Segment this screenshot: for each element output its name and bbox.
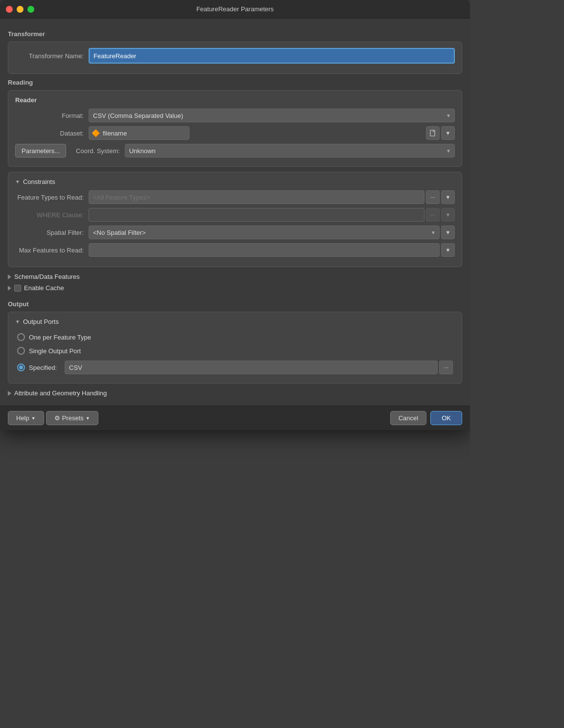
cancel-button[interactable]: Cancel	[390, 411, 426, 425]
output-section-label: Output	[8, 300, 462, 308]
help-label: Help	[16, 414, 29, 422]
ok-button[interactable]: OK	[430, 411, 462, 425]
dataset-file-button[interactable]	[426, 126, 440, 140]
specified-radio[interactable]	[17, 364, 25, 371]
output-ports-collapse-icon: ▼	[15, 319, 20, 324]
main-content: Transformer Transformer Name: Reading Re…	[0, 19, 470, 406]
spatial-filter-row: Spatial Filter: <No Spatial Filter> ▼ ▼	[15, 226, 455, 239]
where-input-group: ··· ▼	[89, 208, 455, 222]
max-features-dropdown-button[interactable]: ▼	[441, 243, 455, 257]
close-button[interactable]	[6, 6, 13, 13]
specified-dots-button[interactable]: ···	[439, 361, 453, 374]
dataset-wrapper: 🔶	[89, 126, 424, 140]
radio-dot	[19, 365, 23, 369]
cache-collapse-icon	[8, 286, 11, 291]
where-clause-input[interactable]	[89, 208, 424, 222]
spatial-filter-label: Spatial Filter:	[15, 229, 84, 236]
coord-label: Coord. System:	[76, 147, 120, 155]
coord-select-wrapper: Unknown ▼	[125, 144, 455, 158]
feature-types-dots-button[interactable]: ···	[426, 190, 440, 204]
single-output-label: Single Output Port	[29, 347, 81, 355]
where-dots-button[interactable]: ···	[426, 208, 440, 222]
dataset-dropdown-button[interactable]: ▼	[441, 126, 455, 140]
schema-row[interactable]: Schema/Data Features	[8, 271, 462, 282]
transformer-name-input[interactable]	[89, 48, 455, 64]
constraints-section: ▼ Constraints Feature Types to Read: ···…	[8, 172, 462, 267]
params-coord-row: Parameters... Coord. System: Unknown ▼	[15, 144, 455, 158]
dataset-row: Dataset: 🔶 ▼	[15, 126, 455, 140]
one-per-type-row[interactable]: One per Feature Type	[15, 330, 455, 344]
presets-dropdown-icon: ▼	[86, 416, 90, 421]
file-icon	[429, 130, 436, 136]
specified-input-group: ···	[65, 361, 453, 374]
parameters-button[interactable]: Parameters...	[15, 144, 66, 158]
max-features-input[interactable]	[89, 243, 440, 257]
presets-button[interactable]: ⚙ Presets ▼	[46, 411, 98, 425]
enable-cache-row: Enable Cache	[8, 282, 462, 294]
attr-geometry-label: Attribute and Geometry Handling	[14, 389, 107, 397]
window: FeatureReader Parameters Transformer Tra…	[0, 0, 470, 430]
feature-types-input[interactable]	[89, 190, 424, 204]
where-label: WHERE Clause:	[15, 211, 84, 219]
specified-label: Specified:	[29, 364, 57, 371]
one-per-type-radio[interactable]	[17, 333, 25, 341]
maximize-button[interactable]	[27, 6, 34, 13]
enable-cache-label: Enable Cache	[24, 284, 64, 292]
format-select-wrapper: CSV (Comma Separated Value) ▼	[89, 109, 455, 122]
transformer-section-label: Transformer	[8, 30, 462, 38]
reading-section-label: Reading	[8, 79, 462, 86]
titlebar: FeatureReader Parameters	[0, 0, 470, 19]
window-title: FeatureReader Parameters	[196, 5, 274, 13]
schema-label: Schema/Data Features	[14, 273, 80, 280]
output-box: ▼ Output Ports One per Feature Type Sing…	[8, 312, 462, 384]
window-controls	[6, 6, 34, 13]
format-label: Format:	[15, 112, 84, 119]
where-clause-row: WHERE Clause: ··· ▼	[15, 208, 455, 222]
spatial-filter-select-wrapper: <No Spatial Filter> ▼	[89, 226, 440, 239]
max-features-label: Max Features to Read:	[15, 247, 84, 254]
reader-box: Reader Format: CSV (Comma Separated Valu…	[8, 90, 462, 167]
output-ports-label: Output Ports	[23, 318, 59, 325]
feature-types-label: Feature Types to Read:	[15, 194, 84, 201]
spatial-filter-group: <No Spatial Filter> ▼ ▼	[89, 226, 455, 239]
one-per-type-label: One per Feature Type	[29, 334, 91, 341]
footer-left: Help ▼ ⚙ Presets ▼	[8, 411, 98, 425]
help-dropdown-icon: ▼	[31, 416, 36, 421]
single-output-row[interactable]: Single Output Port	[15, 344, 455, 358]
constraints-label: Constraints	[23, 178, 55, 185]
feature-types-input-group: ··· ▼	[89, 190, 455, 204]
reader-title: Reader	[15, 96, 455, 104]
format-select[interactable]: CSV (Comma Separated Value)	[89, 109, 455, 122]
single-output-radio[interactable]	[17, 347, 25, 355]
attr-geometry-collapse-icon	[8, 391, 11, 396]
specified-row: Specified: ···	[15, 358, 455, 377]
presets-icon: ⚙	[54, 414, 60, 422]
dataset-input[interactable]	[89, 126, 189, 140]
footer-right: Cancel OK	[390, 411, 462, 425]
transformer-name-label: Transformer Name:	[15, 52, 84, 60]
feature-types-row: Feature Types to Read: ··· ▼	[15, 190, 455, 204]
spatial-filter-dropdown-button[interactable]: ▼	[441, 226, 455, 239]
minimize-button[interactable]	[17, 6, 24, 13]
transformer-name-row: Transformer Name:	[15, 48, 455, 64]
coord-select[interactable]: Unknown	[125, 144, 455, 158]
presets-label: Presets	[62, 414, 84, 422]
max-features-group: ▼	[89, 243, 455, 257]
feature-types-dropdown-button[interactable]: ▼	[441, 190, 455, 204]
footer: Help ▼ ⚙ Presets ▼ Cancel OK	[0, 406, 470, 430]
constraints-title-row[interactable]: ▼ Constraints	[15, 178, 455, 185]
constraints-collapse-icon: ▼	[15, 179, 20, 184]
dataset-label: Dataset:	[15, 130, 84, 137]
enable-cache-checkbox[interactable]	[14, 285, 21, 292]
format-row: Format: CSV (Comma Separated Value) ▼	[15, 109, 455, 122]
max-features-row: Max Features to Read: ▼	[15, 243, 455, 257]
transformer-box: Transformer Name:	[8, 42, 462, 74]
attr-geometry-row[interactable]: Attribute and Geometry Handling	[8, 387, 462, 399]
where-dropdown-button[interactable]: ▼	[441, 208, 455, 222]
specified-input[interactable]	[65, 361, 438, 374]
spatial-filter-select[interactable]: <No Spatial Filter>	[89, 226, 440, 239]
svg-rect-0	[430, 130, 435, 136]
output-ports-title[interactable]: ▼ Output Ports	[15, 318, 455, 325]
schema-collapse-icon	[8, 274, 11, 279]
help-button[interactable]: Help ▼	[8, 411, 44, 425]
